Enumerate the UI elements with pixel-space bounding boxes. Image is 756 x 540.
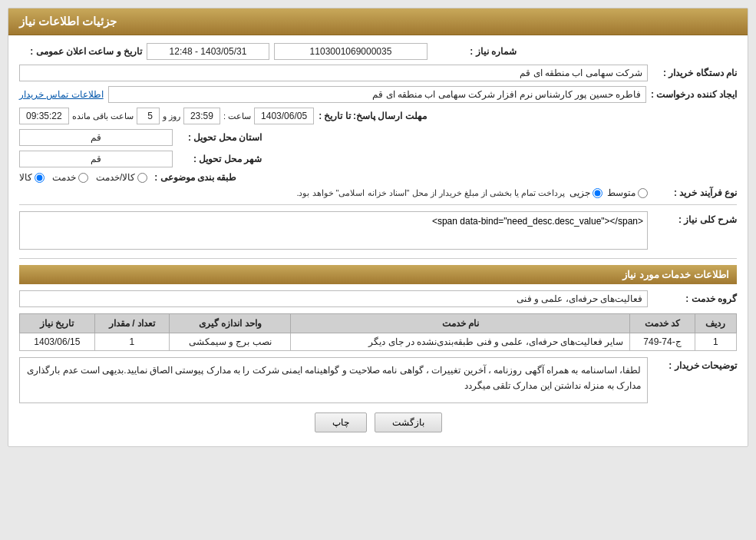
- radio-partial-item: جزیی: [569, 187, 602, 198]
- category-label: طبقه بندی موضوعی :: [152, 172, 236, 183]
- time-value: 23:59: [183, 108, 220, 124]
- radio-goods-label: کالا: [19, 172, 32, 183]
- service-section-title: اطلاعات خدمات مورد نیاز: [19, 265, 737, 284]
- day-label: روز و: [163, 111, 180, 121]
- page-header: جزئیات اطلاعات نیاز: [8, 8, 748, 35]
- col-header-code: کد خدمت: [630, 314, 695, 333]
- buttons-row: بازگشت چاپ: [19, 412, 737, 432]
- radio-partial-label: جزیی: [569, 187, 590, 198]
- purchase-note: پرداخت تمام یا بخشی از مبلغ خریدار از مح…: [296, 188, 565, 198]
- buyer-org-value: شرکت سهامی اب منطقه ای قم: [19, 65, 648, 81]
- need-desc-textarea[interactable]: <span data-bind="need_desc.desc_value"><…: [19, 211, 648, 250]
- cell-date: 1403/06/15: [20, 333, 95, 351]
- services-table-container: ردیف کد خدمت نام خدمت واحد اندازه گیری ت…: [19, 313, 737, 351]
- cell-row-num: 1: [695, 333, 736, 351]
- buyer-notes-label: توضیحات خریدار :: [652, 360, 737, 371]
- service-group-value: فعالیت‌های حرفه‌ای، علمی و فنی: [19, 290, 648, 307]
- buyer-notes-box: لطفا، اساسنامه به همراه آگهی روزنامه ، آ…: [19, 357, 648, 403]
- radio-goods-service-label: کالا/خدمت: [96, 172, 135, 183]
- need-number-value: 1103001069000035: [274, 43, 428, 60]
- service-group-label: گروه خدمت :: [652, 293, 737, 304]
- buyer-org-label: نام دستگاه خریدار :: [652, 68, 737, 78]
- need-number-label: شماره نیاز :: [432, 46, 517, 57]
- radio-service-item: خدمت: [52, 172, 88, 183]
- radio-partial[interactable]: [593, 188, 602, 198]
- col-header-name: نام خدمت: [291, 314, 630, 333]
- time-label: ساعت :: [223, 111, 251, 121]
- radio-goods-service[interactable]: [137, 173, 147, 183]
- contact-link[interactable]: اطلاعات تماس خریدار: [19, 89, 104, 100]
- cell-service-name: سایر فعالیت‌های حرفه‌ای، علمی و فنی طبقه…: [291, 333, 630, 351]
- cell-quantity: 1: [94, 333, 170, 351]
- city-label: شهر محل تحویل :: [177, 154, 262, 164]
- remaining-value: 09:35:22: [19, 108, 69, 124]
- send-date-label: مهلت ارسال پاسخ: تا تاریخ :: [319, 111, 427, 121]
- province-value: قم: [19, 129, 173, 146]
- cell-service-code: ج-74-749: [630, 333, 695, 351]
- radio-service[interactable]: [78, 173, 88, 183]
- province-label: استان محل تحویل :: [177, 132, 262, 143]
- city-value: قم: [19, 151, 173, 167]
- table-row: 1 ج-74-749 سایر فعالیت‌های حرفه‌ای، علمی…: [20, 333, 737, 351]
- services-table: ردیف کد خدمت نام خدمت واحد اندازه گیری ت…: [19, 313, 737, 351]
- announce-label: تاریخ و ساعت اعلان عمومی :: [19, 46, 142, 57]
- page-title: جزئیات اطلاعات نیاز: [19, 15, 117, 28]
- date-value: 1403/06/05: [254, 108, 314, 124]
- radio-medium-label: متوسط: [607, 187, 636, 198]
- radio-medium[interactable]: [638, 188, 648, 198]
- col-header-row: ردیف: [695, 314, 736, 333]
- creator-value: فاطره حسین پور کارشناس نرم افزار شرکت سه…: [108, 86, 646, 103]
- col-header-date: تاریخ نیاز: [20, 314, 95, 333]
- purchase-type-label: نوع فرآیند خرید :: [652, 187, 737, 198]
- announce-value: 1403/05/31 - 12:48: [147, 43, 269, 60]
- need-desc-label: شرح کلی نیاز :: [652, 214, 737, 225]
- back-button[interactable]: بازگشت: [375, 412, 442, 432]
- cell-unit: نصب برج و سیمکشی: [170, 333, 291, 351]
- radio-medium-item: متوسط: [607, 187, 648, 198]
- radio-goods-item: کالا: [19, 172, 45, 183]
- days-value: 5: [137, 108, 160, 124]
- creator-label: ایجاد کننده درخواست :: [651, 89, 737, 100]
- radio-goods-service-item: کالا/خدمت: [96, 172, 147, 183]
- buyer-notes-text: لطفا، اساسنامه به همراه آگهی روزنامه ، آ…: [27, 365, 641, 391]
- radio-goods[interactable]: [35, 173, 45, 183]
- remaining-label: ساعت باقی مانده: [72, 111, 134, 121]
- col-header-unit: واحد اندازه گیری: [170, 314, 291, 333]
- print-button[interactable]: چاپ: [315, 412, 367, 432]
- radio-service-label: خدمت: [52, 172, 76, 183]
- col-header-qty: تعداد / مقدار: [94, 314, 170, 333]
